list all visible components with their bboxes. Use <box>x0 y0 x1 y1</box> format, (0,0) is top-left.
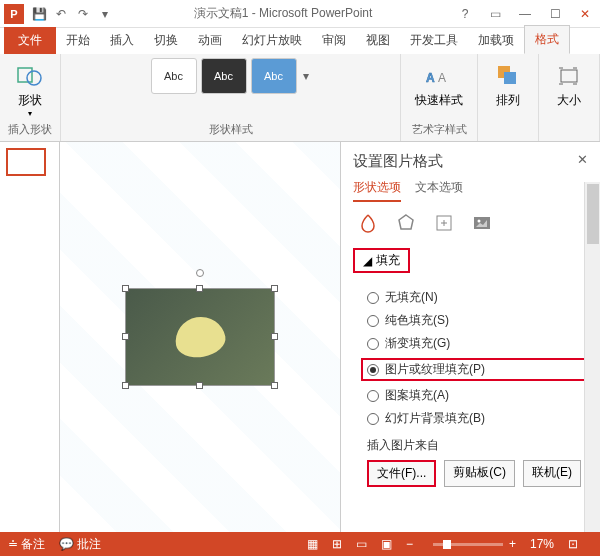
group-wordart: 艺术字样式 <box>412 122 467 137</box>
radio-pattern-fill[interactable]: 图案填充(A) <box>367 387 588 404</box>
arrange-label: 排列 <box>496 92 520 109</box>
radio-slide-bg-fill[interactable]: 幻灯片背景填充(B) <box>367 410 588 427</box>
shape-style-1[interactable]: Abc <box>151 58 197 94</box>
powerpoint-icon: P <box>4 4 24 24</box>
undo-button[interactable]: ↶ <box>51 4 71 24</box>
shape-style-3[interactable]: Abc <box>251 58 297 94</box>
svg-point-1 <box>27 71 41 85</box>
shapes-label: 形状 <box>18 92 42 109</box>
radio-gradient-fill[interactable]: 渐变填充(G) <box>367 335 588 352</box>
tab-animation[interactable]: 动画 <box>188 27 232 54</box>
zoom-slider[interactable] <box>433 543 503 546</box>
save-button[interactable]: 💾 <box>29 4 49 24</box>
resize-handle[interactable] <box>122 382 129 389</box>
shapes-icon <box>14 60 46 92</box>
rotation-handle[interactable] <box>196 269 204 277</box>
svg-text:A: A <box>438 71 446 85</box>
normal-view-icon[interactable]: ▦ <box>307 537 318 551</box>
pane-scrollbar[interactable] <box>584 182 600 532</box>
collapse-icon: ◢ <box>363 254 372 268</box>
ribbon-options-icon[interactable]: ▭ <box>480 2 510 26</box>
size-button[interactable]: 大小 <box>547 58 591 111</box>
status-bar: ≐ 备注 💬 批注 ▦ ⊞ ▭ ▣ − + 17% ⊡ <box>0 532 600 556</box>
qat-more-icon[interactable]: ▾ <box>95 4 115 24</box>
slide-thumbnail-1[interactable] <box>6 148 46 176</box>
tab-transition[interactable]: 切换 <box>144 27 188 54</box>
size-label: 大小 <box>557 92 581 109</box>
window-title: 演示文稿1 - Microsoft PowerPoint <box>116 5 450 22</box>
help-icon[interactable]: ? <box>450 2 480 26</box>
quick-styles-label: 快速样式 <box>415 92 463 109</box>
svg-text:A: A <box>426 71 435 85</box>
size-properties-icon[interactable] <box>433 212 455 234</box>
subtab-shape-options[interactable]: 形状选项 <box>353 179 401 202</box>
resize-handle[interactable] <box>271 333 278 340</box>
wordart-icon: AA <box>423 60 455 92</box>
tab-addins[interactable]: 加载项 <box>468 27 524 54</box>
pane-title: 设置图片格式 <box>353 152 588 171</box>
resize-handle[interactable] <box>271 382 278 389</box>
resize-handle[interactable] <box>196 285 203 292</box>
file-button[interactable]: 文件(F)... <box>367 460 436 487</box>
tab-format[interactable]: 格式 <box>524 25 570 54</box>
fill-section-header[interactable]: ◢填充 <box>353 248 410 273</box>
pane-close-button[interactable]: ✕ <box>577 152 588 167</box>
radio-no-fill[interactable]: 无填充(N) <box>367 289 588 306</box>
group-insert-shape: 插入形状 <box>8 122 52 137</box>
redo-button[interactable]: ↷ <box>73 4 93 24</box>
clipboard-button[interactable]: 剪贴板(C) <box>444 460 515 487</box>
format-picture-pane: ✕ 设置图片格式 形状选项 文本选项 ◢填充 无填充(N) 纯色填充(S) 渐变… <box>340 142 600 532</box>
minimize-button[interactable]: — <box>510 2 540 26</box>
tab-view[interactable]: 视图 <box>356 27 400 54</box>
arrange-button[interactable]: 排列 <box>486 58 530 111</box>
tab-slideshow[interactable]: 幻灯片放映 <box>232 27 312 54</box>
tab-start[interactable]: 开始 <box>56 27 100 54</box>
effects-icon[interactable] <box>395 212 417 234</box>
radio-solid-fill[interactable]: 纯色填充(S) <box>367 312 588 329</box>
resize-handle[interactable] <box>122 285 129 292</box>
shapes-button[interactable]: 形状 ▾ <box>8 58 52 120</box>
subtab-text-options[interactable]: 文本选项 <box>415 179 463 202</box>
slide-thumbnail-pane[interactable]: 1 <box>0 142 60 532</box>
tab-review[interactable]: 审阅 <box>312 27 356 54</box>
style-gallery-more-icon[interactable]: ▾ <box>301 67 311 85</box>
online-button[interactable]: 联机(E) <box>523 460 581 487</box>
fit-window-icon[interactable]: ⊡ <box>568 537 578 551</box>
fill-outline-icon[interactable] <box>357 212 379 234</box>
size-icon <box>553 60 585 92</box>
insert-from-label: 插入图片来自 <box>367 437 588 454</box>
zoom-out-button[interactable]: − <box>406 537 413 551</box>
slideshow-view-icon[interactable]: ▣ <box>381 537 392 551</box>
comments-button[interactable]: 💬 批注 <box>59 536 101 553</box>
svg-point-10 <box>478 220 481 223</box>
svg-rect-0 <box>18 68 32 82</box>
selected-picture[interactable] <box>125 288 275 386</box>
arrange-icon <box>492 60 524 92</box>
shape-style-2[interactable]: Abc <box>201 58 247 94</box>
zoom-level[interactable]: 17% <box>530 537 554 551</box>
tab-insert[interactable]: 插入 <box>100 27 144 54</box>
maximize-button[interactable]: ☐ <box>540 2 570 26</box>
scrollbar-thumb[interactable] <box>587 184 599 244</box>
quick-styles-button[interactable]: AA 快速样式 <box>409 58 469 111</box>
zoom-in-button[interactable]: + <box>509 537 516 551</box>
slide-canvas[interactable] <box>60 142 340 532</box>
radio-picture-fill[interactable]: 图片或纹理填充(P) <box>361 358 588 381</box>
resize-handle[interactable] <box>271 285 278 292</box>
group-shape-styles: 形状样式 <box>209 122 253 137</box>
svg-rect-5 <box>504 72 516 84</box>
resize-handle[interactable] <box>122 333 129 340</box>
svg-rect-9 <box>474 217 490 229</box>
svg-marker-7 <box>399 215 413 229</box>
notes-button[interactable]: ≐ 备注 <box>8 536 45 553</box>
file-tab[interactable]: 文件 <box>4 27 56 54</box>
close-button[interactable]: ✕ <box>570 2 600 26</box>
svg-rect-6 <box>561 70 577 82</box>
resize-handle[interactable] <box>196 382 203 389</box>
chevron-down-icon: ▾ <box>28 109 32 118</box>
picture-icon[interactable] <box>471 212 493 234</box>
reading-view-icon[interactable]: ▭ <box>356 537 367 551</box>
sorter-view-icon[interactable]: ⊞ <box>332 537 342 551</box>
tab-developer[interactable]: 开发工具 <box>400 27 468 54</box>
